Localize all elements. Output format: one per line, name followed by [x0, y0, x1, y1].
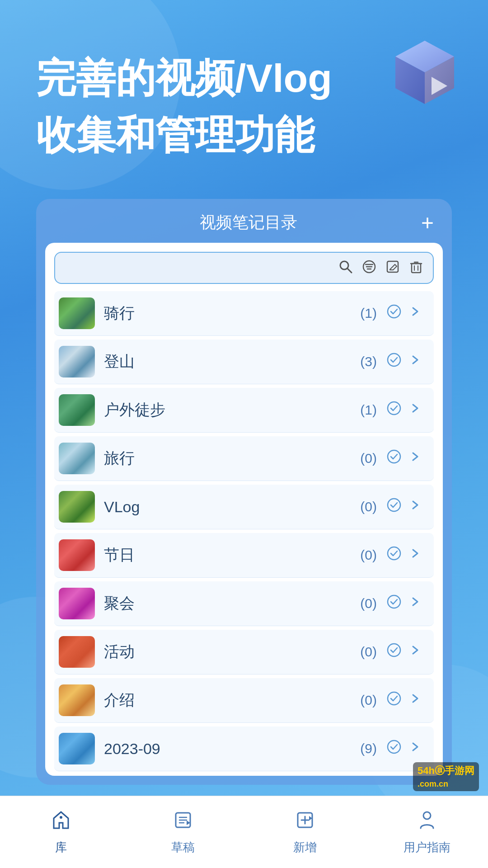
svg-point-21	[388, 547, 400, 560]
svg-point-22	[388, 595, 400, 608]
item-thumbnail	[59, 733, 95, 764]
svg-point-25	[388, 741, 400, 753]
item-count: (1)	[360, 306, 377, 321]
list-item[interactable]: 介绍 (0)	[54, 678, 434, 723]
svg-line-5	[347, 269, 352, 273]
item-content: 2023-09 (9)	[95, 739, 429, 759]
item-content: 旅行 (0)	[95, 448, 429, 469]
svg-point-16	[388, 305, 400, 318]
list-item[interactable]: 户外徒步 (1)	[54, 388, 434, 433]
search-icons	[338, 259, 424, 277]
item-thumbnail	[59, 394, 95, 426]
item-arrow-icon	[409, 545, 420, 565]
nav-label-new: 新增	[293, 840, 317, 855]
item-name: 旅行	[104, 448, 360, 469]
filter-icon[interactable]	[361, 259, 377, 277]
search-input[interactable]	[64, 261, 331, 275]
list-item[interactable]: 登山 (3)	[54, 340, 434, 384]
list-item[interactable]: 旅行 (0)	[54, 436, 434, 481]
svg-point-23	[388, 644, 400, 656]
item-name: 活动	[104, 642, 360, 662]
item-arrow-icon	[409, 642, 420, 662]
item-thumbnail	[59, 297, 95, 329]
item-name: 登山	[104, 351, 360, 372]
item-check-icon	[386, 739, 402, 759]
item-content: 骑行 (1)	[95, 303, 429, 324]
item-content: 户外徒步 (1)	[95, 400, 429, 420]
item-arrow-icon	[409, 448, 420, 468]
item-arrow-icon	[409, 400, 420, 420]
item-thumbnail	[59, 588, 95, 619]
list-item[interactable]: 2023-09 (9)	[54, 726, 434, 771]
item-count: (0)	[360, 499, 377, 514]
item-check-icon	[386, 303, 402, 324]
list-item[interactable]: VLog (0)	[54, 485, 434, 529]
edit-icon[interactable]	[385, 259, 400, 277]
item-check-icon	[386, 400, 402, 420]
svg-point-19	[388, 450, 400, 463]
nav-label-guide: 用户指南	[404, 840, 450, 855]
item-name: 户外徒步	[104, 400, 360, 420]
item-arrow-icon	[409, 594, 420, 613]
item-arrow-icon	[409, 303, 420, 323]
item-check-icon	[386, 690, 402, 711]
svg-point-20	[388, 499, 400, 511]
svg-rect-11	[412, 264, 421, 273]
item-count: (0)	[360, 644, 377, 660]
item-name: 介绍	[104, 690, 360, 711]
item-check-icon	[386, 352, 402, 372]
search-icon[interactable]	[338, 259, 353, 277]
svg-point-17	[388, 354, 400, 366]
nav-item-library[interactable]: 库	[0, 809, 122, 855]
inner-container: 骑行 (1) 登山 (3)	[45, 243, 443, 776]
nav-item-guide[interactable]: 用户指南	[366, 809, 488, 855]
nav-icon-new	[294, 809, 316, 836]
item-content: VLog (0)	[95, 497, 429, 517]
nav-label-draft: 草稿	[171, 840, 195, 855]
card-header: 视频笔记目录 +	[36, 199, 452, 243]
svg-point-26	[60, 816, 62, 819]
item-thumbnail	[59, 636, 95, 668]
svg-point-18	[388, 402, 400, 415]
item-check-icon	[386, 497, 402, 517]
item-name: 2023-09	[104, 740, 360, 758]
item-thumbnail	[59, 539, 95, 571]
item-count: (9)	[360, 741, 377, 756]
hero-section: 完善的视频/Vlog 收集和管理功能	[0, 0, 488, 186]
item-arrow-icon	[409, 352, 420, 372]
item-thumbnail	[59, 491, 95, 523]
item-name: 聚会	[104, 593, 360, 614]
item-content: 聚会 (0)	[95, 593, 429, 614]
nav-icon-library	[50, 809, 72, 836]
nav-icon-draft	[172, 809, 194, 836]
item-content: 活动 (0)	[95, 642, 429, 662]
hero-title-1: 完善的视频/Vlog	[36, 54, 452, 102]
item-name: 节日	[104, 545, 360, 566]
item-check-icon	[386, 448, 402, 469]
list-item[interactable]: 聚会 (0)	[54, 581, 434, 626]
hero-title-2: 收集和管理功能	[36, 111, 452, 159]
delete-icon[interactable]	[408, 259, 424, 277]
item-count: (3)	[360, 354, 377, 369]
item-thumbnail	[59, 443, 95, 474]
search-bar	[54, 252, 434, 284]
item-arrow-icon	[409, 690, 420, 710]
item-arrow-icon	[409, 739, 420, 759]
nav-item-draft[interactable]: 草稿	[122, 809, 244, 855]
nav-label-library: 库	[55, 840, 67, 855]
main-card: 视频笔记目录 +	[36, 199, 452, 785]
item-count: (0)	[360, 693, 377, 708]
item-check-icon	[386, 642, 402, 662]
add-button[interactable]: +	[421, 212, 434, 234]
item-content: 登山 (3)	[95, 351, 429, 372]
list-container: 骑行 (1) 登山 (3)	[54, 291, 434, 771]
svg-point-24	[388, 692, 400, 705]
list-item[interactable]: 骑行 (1)	[54, 291, 434, 336]
item-check-icon	[386, 594, 402, 614]
item-name: 骑行	[104, 303, 360, 324]
item-content: 介绍 (0)	[95, 690, 429, 711]
item-name: VLog	[104, 498, 360, 516]
nav-item-new[interactable]: 新增	[244, 809, 366, 855]
list-item[interactable]: 活动 (0)	[54, 630, 434, 675]
list-item[interactable]: 节日 (0)	[54, 533, 434, 578]
